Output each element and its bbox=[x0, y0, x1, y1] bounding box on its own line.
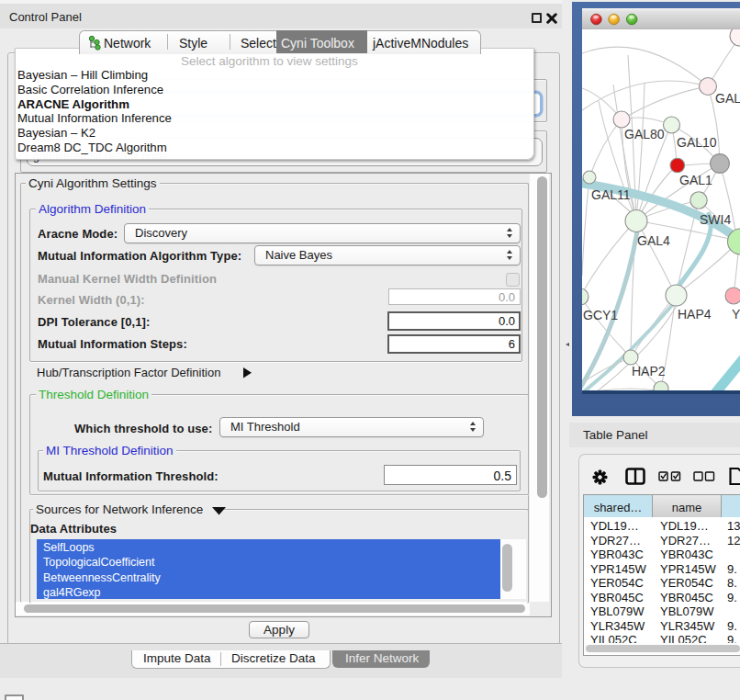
svg-text:GAL1: GAL1 bbox=[679, 173, 712, 187]
svg-text:GAL80: GAL80 bbox=[624, 127, 665, 141]
svg-text:HAP2: HAP2 bbox=[632, 364, 666, 378]
svg-text:HAP4: HAP4 bbox=[678, 307, 712, 322]
svg-text:YG: YG bbox=[732, 307, 740, 322]
svg-text:GAL11: GAL11 bbox=[591, 187, 631, 202]
svg-text:GAL2: GAL2 bbox=[715, 91, 740, 106]
svg-text:GAL4: GAL4 bbox=[637, 233, 670, 248]
svg-text:GCY1: GCY1 bbox=[583, 308, 618, 322]
svg-text:SWI4: SWI4 bbox=[700, 212, 731, 227]
svg-text:GAL10: GAL10 bbox=[677, 135, 717, 150]
